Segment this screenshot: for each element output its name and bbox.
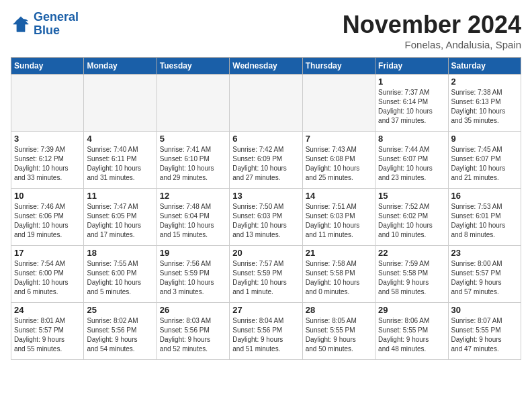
day-number: 24 [14, 305, 81, 315]
calendar-cell: 10Sunrise: 7:46 AM Sunset: 6:06 PM Dayli… [11, 189, 84, 246]
calendar-cell: 4Sunrise: 7:40 AM Sunset: 6:11 PM Daylig… [84, 132, 157, 189]
day-info: Sunrise: 7:45 AM Sunset: 6:07 PM Dayligh… [451, 145, 518, 183]
day-info: Sunrise: 7:59 AM Sunset: 5:58 PM Dayligh… [378, 259, 445, 297]
day-info: Sunrise: 7:51 AM Sunset: 6:03 PM Dayligh… [306, 202, 372, 240]
calendar-week-row: 1Sunrise: 7:37 AM Sunset: 6:14 PM Daylig… [11, 75, 521, 132]
calendar-cell: 12Sunrise: 7:48 AM Sunset: 6:04 PM Dayli… [157, 189, 229, 246]
day-number: 4 [87, 134, 153, 144]
calendar-cell: 5Sunrise: 7:41 AM Sunset: 6:10 PM Daylig… [157, 132, 229, 189]
day-number: 19 [160, 248, 226, 258]
weekday-header: Monday [84, 58, 157, 75]
calendar-cell: 1Sunrise: 7:37 AM Sunset: 6:14 PM Daylig… [375, 75, 448, 132]
day-info: Sunrise: 7:52 AM Sunset: 6:02 PM Dayligh… [378, 202, 445, 240]
month-title: November 2024 [343, 11, 521, 39]
calendar-week-row: 3Sunrise: 7:39 AM Sunset: 6:12 PM Daylig… [11, 132, 521, 189]
location: Fonelas, Andalusia, Spain [343, 39, 521, 50]
weekday-header: Saturday [448, 58, 521, 75]
weekday-header: Friday [375, 58, 448, 75]
day-number: 6 [232, 134, 299, 144]
logo-icon [11, 14, 31, 34]
day-number: 10 [14, 191, 81, 201]
day-info: Sunrise: 8:02 AM Sunset: 5:56 PM Dayligh… [87, 316, 153, 354]
day-number: 1 [378, 77, 445, 87]
day-info: Sunrise: 8:06 AM Sunset: 5:55 PM Dayligh… [378, 316, 445, 354]
calendar-cell: 18Sunrise: 7:55 AM Sunset: 6:00 PM Dayli… [84, 246, 157, 303]
weekday-header: Thursday [302, 58, 375, 75]
day-number: 25 [87, 305, 153, 315]
day-info: Sunrise: 7:58 AM Sunset: 5:58 PM Dayligh… [306, 259, 372, 297]
calendar-cell: 21Sunrise: 7:58 AM Sunset: 5:58 PM Dayli… [302, 246, 375, 303]
calendar-cell: 28Sunrise: 8:05 AM Sunset: 5:55 PM Dayli… [302, 303, 375, 360]
calendar-table: SundayMondayTuesdayWednesdayThursdayFrid… [11, 57, 521, 360]
weekday-header: Sunday [11, 58, 84, 75]
calendar-cell [157, 75, 229, 132]
day-number: 22 [378, 248, 445, 258]
calendar-cell: 11Sunrise: 7:47 AM Sunset: 6:05 PM Dayli… [84, 189, 157, 246]
day-number: 2 [451, 77, 518, 87]
calendar-cell: 2Sunrise: 7:38 AM Sunset: 6:13 PM Daylig… [448, 75, 521, 132]
day-info: Sunrise: 7:57 AM Sunset: 5:59 PM Dayligh… [232, 259, 299, 297]
calendar-cell: 27Sunrise: 8:04 AM Sunset: 5:56 PM Dayli… [230, 303, 302, 360]
calendar-cell: 22Sunrise: 7:59 AM Sunset: 5:58 PM Dayli… [375, 246, 448, 303]
calendar-cell: 3Sunrise: 7:39 AM Sunset: 6:12 PM Daylig… [11, 132, 84, 189]
day-info: Sunrise: 7:39 AM Sunset: 6:12 PM Dayligh… [14, 145, 81, 183]
day-number: 28 [306, 305, 372, 315]
day-info: Sunrise: 7:38 AM Sunset: 6:13 PM Dayligh… [451, 88, 518, 126]
day-number: 26 [160, 305, 226, 315]
page-header: General Blue November 2024 Fonelas, Anda… [11, 11, 521, 50]
day-number: 27 [232, 305, 299, 315]
weekday-header-row: SundayMondayTuesdayWednesdayThursdayFrid… [11, 58, 521, 75]
day-number: 16 [451, 191, 518, 201]
day-info: Sunrise: 8:07 AM Sunset: 5:55 PM Dayligh… [451, 316, 518, 354]
day-info: Sunrise: 8:03 AM Sunset: 5:56 PM Dayligh… [160, 316, 226, 354]
calendar-cell: 23Sunrise: 8:00 AM Sunset: 5:57 PM Dayli… [448, 246, 521, 303]
day-number: 8 [378, 134, 445, 144]
day-number: 20 [232, 248, 299, 258]
day-info: Sunrise: 7:37 AM Sunset: 6:14 PM Dayligh… [378, 88, 445, 126]
day-number: 23 [451, 248, 518, 258]
calendar-cell [302, 75, 375, 132]
day-info: Sunrise: 7:56 AM Sunset: 5:59 PM Dayligh… [160, 259, 226, 297]
weekday-header: Tuesday [157, 58, 229, 75]
day-number: 3 [14, 134, 81, 144]
logo: General Blue [11, 11, 79, 38]
day-info: Sunrise: 8:00 AM Sunset: 5:57 PM Dayligh… [451, 259, 518, 297]
day-info: Sunrise: 7:44 AM Sunset: 6:07 PM Dayligh… [378, 145, 445, 183]
calendar-week-row: 17Sunrise: 7:54 AM Sunset: 6:00 PM Dayli… [11, 246, 521, 303]
calendar-cell: 17Sunrise: 7:54 AM Sunset: 6:00 PM Dayli… [11, 246, 84, 303]
calendar-cell: 24Sunrise: 8:01 AM Sunset: 5:57 PM Dayli… [11, 303, 84, 360]
calendar-cell: 16Sunrise: 7:53 AM Sunset: 6:01 PM Dayli… [448, 189, 521, 246]
day-info: Sunrise: 8:05 AM Sunset: 5:55 PM Dayligh… [306, 316, 372, 354]
logo-line2: Blue [34, 24, 79, 38]
day-info: Sunrise: 8:01 AM Sunset: 5:57 PM Dayligh… [14, 316, 81, 354]
day-number: 29 [378, 305, 445, 315]
calendar-cell: 20Sunrise: 7:57 AM Sunset: 5:59 PM Dayli… [230, 246, 302, 303]
day-info: Sunrise: 7:46 AM Sunset: 6:06 PM Dayligh… [14, 202, 81, 240]
day-number: 30 [451, 305, 518, 315]
day-info: Sunrise: 7:42 AM Sunset: 6:09 PM Dayligh… [232, 145, 299, 183]
calendar-cell: 15Sunrise: 7:52 AM Sunset: 6:02 PM Dayli… [375, 189, 448, 246]
calendar-cell [230, 75, 302, 132]
day-info: Sunrise: 7:50 AM Sunset: 6:03 PM Dayligh… [232, 202, 299, 240]
day-info: Sunrise: 8:04 AM Sunset: 5:56 PM Dayligh… [232, 316, 299, 354]
day-info: Sunrise: 7:53 AM Sunset: 6:01 PM Dayligh… [451, 202, 518, 240]
calendar-cell [84, 75, 157, 132]
day-info: Sunrise: 7:54 AM Sunset: 6:00 PM Dayligh… [14, 259, 81, 297]
calendar-cell: 7Sunrise: 7:43 AM Sunset: 6:08 PM Daylig… [302, 132, 375, 189]
weekday-header: Wednesday [230, 58, 302, 75]
day-number: 7 [306, 134, 372, 144]
logo-line1: General [34, 11, 79, 24]
calendar-cell: 25Sunrise: 8:02 AM Sunset: 5:56 PM Dayli… [84, 303, 157, 360]
day-info: Sunrise: 7:55 AM Sunset: 6:00 PM Dayligh… [87, 259, 153, 297]
day-number: 14 [306, 191, 372, 201]
calendar-cell: 13Sunrise: 7:50 AM Sunset: 6:03 PM Dayli… [230, 189, 302, 246]
day-info: Sunrise: 7:48 AM Sunset: 6:04 PM Dayligh… [160, 202, 226, 240]
day-number: 12 [160, 191, 226, 201]
day-number: 5 [160, 134, 226, 144]
day-number: 9 [451, 134, 518, 144]
day-number: 15 [378, 191, 445, 201]
day-number: 17 [14, 248, 81, 258]
calendar-week-row: 24Sunrise: 8:01 AM Sunset: 5:57 PM Dayli… [11, 303, 521, 360]
calendar-cell: 9Sunrise: 7:45 AM Sunset: 6:07 PM Daylig… [448, 132, 521, 189]
title-block: November 2024 Fonelas, Andalusia, Spain [343, 11, 521, 50]
